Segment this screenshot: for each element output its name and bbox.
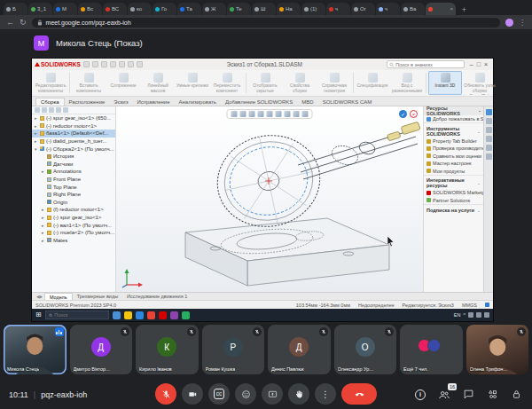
ribbon-button[interactable]: Свойства сборки [283, 71, 317, 95]
display-style-icon[interactable] [276, 111, 282, 117]
tree-item[interactable]: ▸(f) reductor motor<1> [32, 206, 115, 214]
rebuild-icon[interactable] [128, 61, 134, 67]
tab-mbd[interactable]: MBD [297, 98, 317, 106]
tree-item[interactable]: Top Plane [32, 183, 115, 191]
participant-tile[interactable]: Микола Стець [4, 325, 66, 374]
appearance-icon[interactable] [293, 111, 300, 117]
tree-item[interactable]: ▸(-) вал1<1> (По умолч... [32, 221, 115, 229]
solidworks-taskbar-icon[interactable] [159, 311, 167, 319]
language-indicator[interactable]: EN [454, 312, 461, 318]
taskpane-tool-item[interactable]: Проверка производительности [424, 145, 483, 152]
maximize-icon[interactable]: □ [477, 61, 481, 67]
ribbon-button[interactable]: Переместить компонент [210, 71, 244, 95]
raise-hand-button[interactable] [288, 383, 309, 405]
ribbon-button-instant3d[interactable]: Instant 3D [428, 71, 462, 95]
meeting-details-button[interactable]: i [413, 388, 427, 402]
notifications-icon[interactable] [484, 312, 489, 318]
dimxpert-icon[interactable] [56, 107, 61, 113]
taskpane-tool-item[interactable]: Property Tab Builder [424, 138, 483, 145]
participant-tile[interactable]: К Кирило Іванов [136, 325, 199, 374]
address-bar[interactable]: meet.google.com/pqz-eaxb-ioh [32, 18, 500, 28]
close-tab-icon[interactable]: × [450, 6, 453, 12]
hide-show-items-icon[interactable] [285, 111, 291, 117]
ribbon-button[interactable]: Справочная геометрия [317, 71, 351, 95]
tab-addins[interactable]: Добавление SOLIDWORKS [221, 98, 297, 106]
save-icon[interactable] [101, 61, 107, 67]
end-call-button[interactable] [341, 383, 377, 405]
profile-avatar[interactable] [505, 19, 513, 27]
browser-tab[interactable]: ВС [103, 3, 127, 15]
captions-button[interactable]: cc [208, 383, 230, 405]
taskpane-online-item[interactable]: SOLIDWORKS Marketplace [424, 189, 483, 196]
ribbon-button[interactable]: Сопряжение [106, 71, 140, 95]
participant-tile[interactable]: О Олександр Ур... [334, 325, 397, 374]
participant-tile[interactable]: Д Денис Павлюк [268, 325, 331, 374]
taskpane-tool-item[interactable]: Мастер настроек [424, 160, 483, 167]
graphics-area[interactable]: ✓ × [116, 106, 423, 292]
tree-item[interactable]: ▸(-) spur gear_iso<1> [32, 214, 115, 222]
expand-icon[interactable]: ▸ [42, 238, 45, 243]
tree-item[interactable]: Right Plane [32, 191, 115, 199]
browser-tab[interactable]: ч [326, 3, 350, 15]
browser-tab[interactable]: Б [4, 3, 27, 15]
taskpane-online-item[interactable]: Partner Solutions [424, 197, 483, 204]
options-icon[interactable] [137, 61, 143, 67]
new-doc-icon[interactable] [83, 61, 90, 67]
tree-item[interactable]: Origin [32, 199, 115, 207]
custom-properties-icon[interactable] [486, 153, 492, 160]
tab-repair[interactable]: Исправление [132, 98, 174, 106]
browser-tab[interactable]: Ш [252, 3, 276, 15]
ribbon-button[interactable]: Спецификация [356, 71, 389, 95]
zoom-area-icon[interactable] [240, 111, 246, 117]
participants-button[interactable]: 16 [437, 388, 451, 402]
network-icon[interactable] [468, 312, 473, 318]
participant-tile-overflow[interactable]: Ещё 7 чел. [400, 325, 463, 374]
tab-evaluate[interactable]: Анализировать [175, 98, 221, 106]
configurationmanager-icon[interactable] [49, 107, 54, 113]
tab-layout[interactable]: Расположение [65, 98, 110, 106]
tab-assembly[interactable]: Сборка [35, 98, 65, 106]
tab-cam[interactable]: SOLIDWORKS CAM [318, 98, 377, 106]
browser-tab[interactable]: 3_1 [28, 3, 52, 15]
browser-tab[interactable]: Ж [202, 3, 226, 15]
browser-tab[interactable]: Те [227, 3, 251, 15]
cancel-sketch-icon[interactable]: × [410, 110, 418, 118]
browser-tab[interactable]: М [53, 3, 77, 15]
host-controls-button[interactable] [509, 388, 523, 402]
tree-item[interactable]: ▸(-) reductor motor<1> [32, 122, 115, 130]
browser-tab[interactable]: Го [153, 3, 176, 15]
task-view-icon[interactable] [113, 311, 121, 319]
browser-tab[interactable]: ч [376, 3, 400, 15]
chat-button[interactable] [461, 388, 475, 402]
browser-tab[interactable]: Та [177, 3, 201, 15]
expand-icon[interactable]: ▸ [42, 230, 45, 235]
view-orientation-icon[interactable] [267, 111, 273, 117]
sw-search-input[interactable] [395, 62, 462, 67]
tab-motion-study[interactable]: Исследование движения 1 [122, 293, 192, 300]
tree-item[interactable]: ▸(-) spur gear_iso<1> (650... [32, 114, 115, 122]
chrome-icon[interactable] [147, 311, 155, 319]
ribbon-button[interactable]: Линейный массив компонентов [141, 71, 175, 95]
print-icon[interactable] [110, 61, 116, 67]
taskpane-section-online[interactable]: Интерактивные ресурсы⌄ [424, 175, 483, 190]
displaymanager-icon[interactable] [63, 107, 68, 113]
scene-icon[interactable] [302, 111, 309, 117]
browser-tab[interactable]: Ог [351, 3, 375, 15]
open-icon[interactable] [92, 61, 98, 67]
participant-tile[interactable]: Р Роман Кушка [202, 325, 265, 374]
expand-icon[interactable]: ▸ [42, 207, 45, 212]
design-library-icon[interactable] [486, 118, 492, 124]
propertymanager-icon[interactable] [42, 107, 47, 113]
expand-icon[interactable]: ▸ [42, 223, 45, 228]
ribbon-button[interactable]: Вид с разнесенными частями [390, 71, 424, 95]
browser-tab[interactable]: ко [128, 3, 152, 15]
taskpane-section-tools[interactable]: Инструменты SOLIDWORKS⌄ [424, 122, 483, 138]
refresh-icon[interactable]: ↻ [20, 19, 27, 27]
start-button[interactable]: ⊞ [35, 311, 42, 319]
taskpane-section-subscription[interactable]: Подписка на услуги⌄ [424, 204, 483, 214]
file-explorer-icon[interactable] [486, 127, 492, 133]
expand-icon[interactable]: ▸ [35, 130, 38, 136]
expand-icon[interactable]: ▸ [35, 138, 38, 144]
minimize-icon[interactable]: – [470, 61, 473, 67]
file-explorer-icon[interactable] [124, 311, 132, 319]
